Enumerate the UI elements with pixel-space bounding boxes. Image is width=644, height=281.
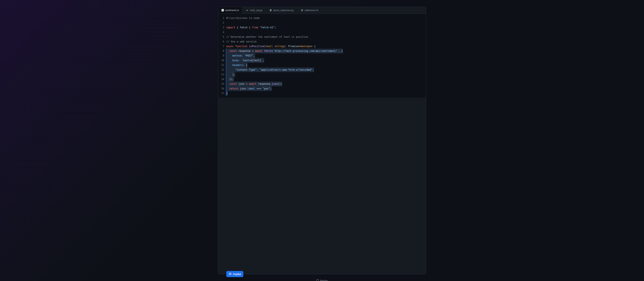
line-number: 12 (221, 68, 224, 72)
code-line[interactable]: return json.label === "pos"; (226, 86, 423, 91)
line-number: 11 (221, 63, 224, 68)
tab-label: addresses.rb (305, 9, 318, 12)
line-number: 17 (221, 91, 224, 96)
code-line[interactable]: method: "POST", (226, 53, 423, 58)
code-line[interactable]: async function isPositive(text: string):… (226, 44, 423, 49)
go-icon (246, 9, 248, 12)
line-number: 6 (221, 39, 224, 44)
typescript-icon: TS (222, 9, 224, 12)
tab-ruby[interactable]: addresses.rb (297, 7, 322, 14)
code-line[interactable]: import { fetch } from "fetch-h2"; (226, 25, 423, 30)
code-line[interactable]: // Determine whether the sentiment of te… (226, 35, 423, 39)
code-line[interactable]: // Use a web service (226, 39, 423, 44)
line-number: 8 (221, 49, 224, 53)
replay-button[interactable]: Replay (316, 279, 328, 281)
tab-go[interactable]: write_sql.go (242, 7, 266, 14)
tab-typescript[interactable]: TSsentiments.ts (218, 7, 242, 14)
replay-label: Replay (320, 279, 328, 281)
code-line[interactable]: }); (226, 77, 423, 82)
tab-bar: TSsentiments.tswrite_sql.goparse_expense… (218, 7, 426, 14)
line-number: 10 (221, 58, 224, 63)
tab-label: parse_expenses.py (273, 9, 294, 12)
line-number: 14 (221, 77, 224, 82)
svg-point-2 (230, 274, 230, 274)
line-number: 9 (221, 53, 224, 58)
replay-icon (316, 279, 319, 281)
tab-label: write_sql.go (250, 9, 262, 12)
code-line[interactable]: "Content-Type": "application/x-www-form-… (226, 68, 423, 72)
svg-point-3 (230, 274, 231, 274)
code-line[interactable]: #!/usr/bin/env ts-node (226, 16, 423, 21)
tab-label: sentiments.ts (225, 9, 239, 12)
line-number: 1 (221, 16, 224, 21)
code-line[interactable]: headers: { (226, 63, 423, 68)
code-editor[interactable]: 1234567891011121314151617 #!/usr/bin/env… (218, 14, 426, 98)
line-number: 2 (221, 21, 224, 25)
copilot-icon (228, 272, 232, 276)
line-number-gutter: 1234567891011121314151617 (218, 16, 226, 96)
code-content[interactable]: #!/usr/bin/env ts-nodeimport { fetch } f… (226, 16, 426, 96)
line-number: 13 (221, 72, 224, 77)
ruby-icon (301, 9, 304, 12)
code-line[interactable]: body: `text=${text}`, (226, 58, 423, 63)
line-number: 7 (221, 44, 224, 49)
code-line[interactable]: const response = await fetch(`http://tex… (226, 49, 423, 53)
code-line[interactable]: } (226, 91, 423, 96)
code-line[interactable] (226, 21, 423, 25)
python-icon (269, 9, 272, 12)
editor-window: TSsentiments.tswrite_sql.goparse_expense… (218, 7, 426, 274)
line-number: 5 (221, 35, 224, 39)
code-line[interactable]: const json = await response.json(); (226, 82, 423, 86)
line-number: 3 (221, 25, 224, 30)
code-line[interactable] (226, 30, 423, 35)
copilot-badge-label: Copilot (233, 273, 241, 275)
copilot-badge[interactable]: Copilot (226, 271, 243, 277)
line-number: 16 (221, 86, 224, 91)
tab-python[interactable]: parse_expenses.py (266, 7, 297, 14)
line-number: 15 (221, 82, 224, 86)
code-line[interactable]: }, (226, 72, 423, 77)
line-number: 4 (221, 30, 224, 35)
